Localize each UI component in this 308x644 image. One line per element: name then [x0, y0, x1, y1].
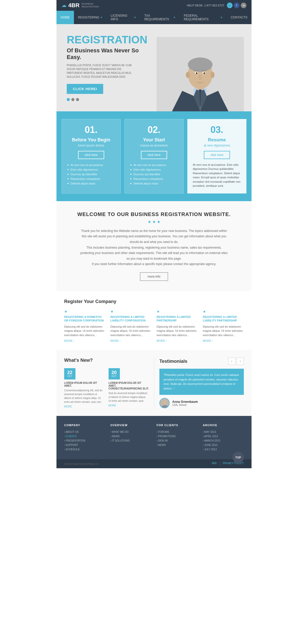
hero-dot-2[interactable] [71, 98, 74, 101]
testimonial-author: Anna Greenbaum USA, Detroit [159, 398, 244, 408]
news-date-num-2: 20 [111, 370, 117, 375]
news-item-text-1: Consecteuradipisicing elit, sed do eiusm… [64, 388, 105, 404]
testimonial-prev-button[interactable]: ‹ [228, 358, 235, 365]
hero-person-illustration [157, 37, 244, 111]
testimonial-card: "Phasellus porta. Fusce susct varius mi.… [159, 369, 244, 395]
footer-col-title-clients: FOR CLIENTS [157, 424, 198, 427]
nav-licensing[interactable]: LICENSING INFO ▼ [107, 11, 140, 24]
news-item-title-1: LOREM IPSUM DOLOR SIT AMET. [64, 382, 105, 387]
news-item-text-2: Sed do eiusmod tempor incididunt ut labo… [109, 391, 149, 403]
step-list-item: Ducmus qui blanditiis [67, 172, 115, 177]
step-sub-1: lorem ipsum dolore [67, 144, 115, 147]
register-more-3[interactable]: MORE › [157, 339, 198, 342]
step-btn-1[interactable]: click here [78, 151, 104, 159]
register-card-title-3: REGISTERING A LIMITED PARTNERSHIP [157, 315, 198, 323]
nav-contacts[interactable]: CONTACTS [227, 11, 252, 24]
footer-link-about[interactable]: ABOUT US [64, 430, 105, 434]
testimonials-title: Testimonials [159, 359, 187, 364]
footer-link-mar2013[interactable]: MARCH 2013 [203, 438, 244, 443]
footer-brand-link[interactable]: 4BR [212, 462, 217, 466]
footer-link-clientsnews[interactable]: NEWS [157, 443, 198, 447]
news-date-num-1: 22 [67, 370, 72, 375]
facebook-icon[interactable]: f [234, 3, 239, 8]
hero-image [149, 24, 252, 111]
welcome-para-1: Thank you for selecting the Website name… [80, 228, 228, 245]
footer: COMPANY ABOUT US CLIENTS PRESENTATION SU… [56, 416, 252, 459]
steps-grid: 01. Before You Begin lorem ipsum dolore … [62, 119, 246, 193]
footer-link-signin[interactable]: SIGN IN [157, 438, 198, 443]
more-info-button[interactable]: more info [140, 272, 168, 281]
footer-col-overview: OVERVIEW WHAT WE DO NEWS IT SOLUTIONS [110, 424, 151, 452]
step-btn-3[interactable]: click here [204, 151, 230, 159]
svg-point-7 [186, 72, 190, 78]
footer-link-schedule[interactable]: SCHEDULE [64, 447, 105, 452]
footer-col-title-archive: ARCHIVE [203, 424, 244, 427]
register-title: Register Your Company [64, 299, 244, 304]
news-more-1[interactable]: MORE [64, 405, 105, 408]
footer-link-may2013[interactable]: MAY 2013 [203, 430, 244, 434]
step-list-1: At vero eos et accusamus Esto odio digni… [67, 163, 115, 186]
star-icon-3: ★ [157, 309, 198, 314]
step-list-item: At vero eos et accusamus [67, 163, 115, 167]
footer-link-itsolutions[interactable]: IT SOLUTIONS [110, 438, 151, 443]
steps-section: 01. Before You Begin lorem ipsum dolore … [56, 111, 252, 201]
nav-registering[interactable]: REGISTERING ▼ [74, 11, 107, 24]
step-title-3: Resume [193, 137, 241, 143]
hero-subtitle: Of Business Was Never So Easy. [67, 47, 154, 61]
footer-col-title-overview: OVERVIEW [110, 424, 151, 427]
step-list-item: Deleniti atque mass [130, 181, 178, 186]
step-sub-3: at vero dignissimos [193, 144, 241, 147]
hero-cta-button[interactable]: cLick HEREI [67, 84, 103, 94]
hero-dot-1[interactable] [67, 98, 70, 101]
footer-link-promotions[interactable]: PROMOTIONS [157, 434, 198, 438]
top-button[interactable]: TOP [233, 452, 244, 463]
step-list-item: At vero eos et accusamus [130, 163, 178, 167]
step-card-1: 01. Before You Begin lorem ipsum dolore … [62, 119, 121, 193]
nav-tax[interactable]: TAX REQUIREMENTS ▼ [140, 11, 180, 24]
register-more-4[interactable]: MORE › [203, 339, 244, 342]
step-list-item: Ducmus qui blanditiis [130, 172, 178, 177]
register-card-desc-3: Dipiscing elit sed do eidolorem magna al… [157, 325, 198, 337]
svg-point-8 [210, 72, 215, 78]
testimonials-header: Testimonials ‹ › [159, 358, 244, 365]
footer-link-clients[interactable]: CLIENTS [64, 434, 105, 438]
svg-point-14 [163, 400, 167, 405]
twitter-icon[interactable]: 🐦 [227, 3, 233, 8]
footer-bottom: www.heritagechristiancollege.com 4BR | P… [56, 459, 252, 468]
register-card-title-4: REGISTERING A LIMITED LIABILITY PARTNERS… [203, 315, 244, 323]
register-card-desc-4: Dipiscing elit sed do eidolorem magna al… [203, 325, 244, 337]
nav-home[interactable]: HOME [56, 11, 74, 24]
hero-title: REGISTRATION [67, 34, 154, 45]
email-icon[interactable]: ✉ [241, 3, 246, 8]
step-number-3: 03. [193, 124, 241, 135]
news-more-2[interactable]: MORE [109, 404, 149, 407]
hero-dot-3[interactable] [76, 98, 79, 101]
footer-wrapper: COMPANY ABOUT US CLIENTS PRESENTATION SU… [56, 416, 252, 468]
author-avatar [159, 398, 170, 408]
footer-link-whatwedo[interactable]: WHAT WE DO [110, 430, 151, 434]
step-title-2: Your Start [130, 137, 178, 143]
testimonial-quote: "Phasellus porta. Fusce susct varius mi.… [163, 373, 239, 390]
news-date-2: 20 OCT [109, 368, 120, 379]
footer-link-jun2013[interactable]: JUNE 2013 [203, 443, 244, 447]
footer-col-archive: ARCHIVE MAY 2013 APRIL 2013 MARCH 2013 J… [203, 424, 244, 452]
news-title: What's New? [64, 358, 149, 363]
footer-link-presentation[interactable]: PRESENTATION [64, 438, 105, 443]
footer-link-jul2013[interactable]: JULY 2013 [203, 447, 244, 452]
register-more-2[interactable]: MORE › [110, 339, 151, 342]
footer-link-news[interactable]: NEWS [110, 434, 151, 438]
main-nav: HOME REGISTERING ▼ LICENSING INFO ▼ TAX … [56, 11, 252, 24]
testimonials-section: Testimonials ‹ › "Phasellus porta. Fusce… [154, 358, 244, 408]
hero-content: REGISTRATION Of Business Was Never So Ea… [67, 34, 154, 101]
footer-link-apr2013[interactable]: APRIL 2013 [203, 434, 244, 438]
step-btn-2[interactable]: click here [141, 151, 167, 159]
footer-link-forums[interactable]: FORUMS [157, 430, 198, 434]
register-card-2: ★ REGISTERING A LIMITED LIABILITY CORPOR… [110, 309, 151, 342]
register-more-1[interactable]: MORE › [64, 339, 105, 342]
nav-federal[interactable]: FEDERAL REQUIREMENTS ▼ [180, 11, 227, 24]
news-date-month-2: OCT [112, 375, 117, 377]
register-card-1: ★ REGISTERING A DOMESTIC OR FOREIGN CORP… [64, 309, 105, 342]
testimonial-next-button[interactable]: › [237, 358, 244, 365]
footer-link-support[interactable]: SUPPORT [64, 443, 105, 447]
step-list-item: Esto odio dignissimos [130, 167, 178, 172]
